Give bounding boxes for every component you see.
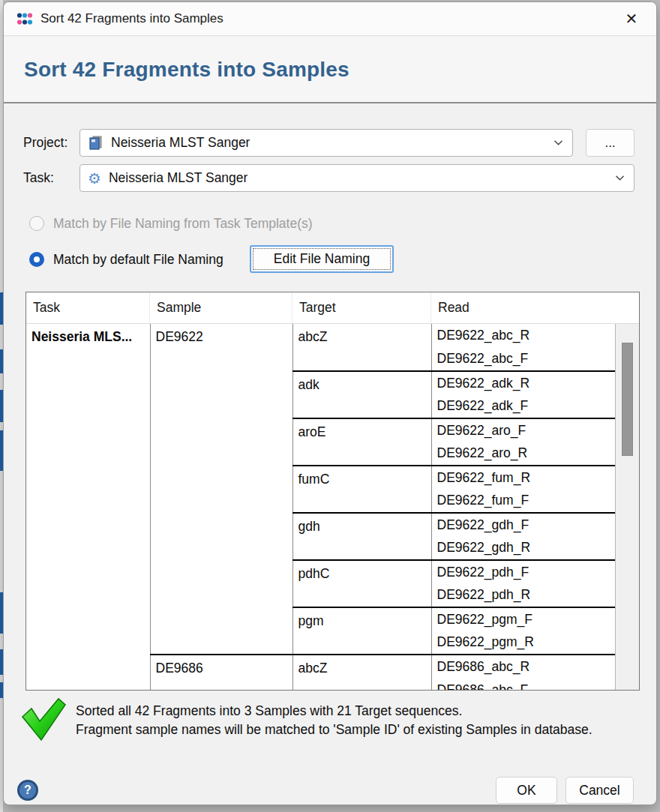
target-cell: pdhC [292, 560, 431, 607]
radio-selected-icon[interactable] [29, 252, 44, 267]
status-message: Sorted all 42 Fragments into 3 Samples w… [76, 702, 592, 739]
column-header-read[interactable]: Read [431, 292, 615, 323]
read-cell: DE9622_fum_R [431, 466, 615, 490]
target-cell: aroE [292, 418, 431, 466]
browse-project-button[interactable]: ... [586, 129, 634, 157]
scrollbar-thumb[interactable] [622, 343, 633, 456]
project-label: Project: [23, 129, 68, 157]
cancel-button[interactable]: Cancel [566, 777, 634, 804]
sort-fragments-dialog: Sort 42 Fragments into Samples ✕ Sort 42… [3, 1, 657, 805]
task-dropdown[interactable]: ⚙ Neisseria MLST Sanger [80, 164, 634, 192]
ok-button[interactable]: OK [496, 777, 557, 804]
project-value: Neisseria MLST Sanger [111, 135, 250, 151]
column-header-task[interactable]: Task [26, 292, 150, 323]
chevron-down-icon [554, 139, 563, 146]
read-cell: DE9622_pgm_R [431, 631, 615, 655]
read-cell: DE9686_abc_F [431, 679, 615, 691]
read-cell: DE9622_pgm_F [431, 607, 615, 631]
table-row[interactable]: Neisseria MLS...DE9622abcZDE9622_abc_R [26, 324, 615, 348]
title-bar: Sort 42 Fragments into Samples ✕ [4, 2, 656, 36]
table-body: Neisseria MLS...DE9622abcZDE9622_abc_RDE… [26, 324, 615, 690]
task-value: Neisseria MLST Sanger [109, 170, 248, 186]
project-icon [88, 135, 104, 151]
radio-match-template: Match by File Naming from Task Template(… [29, 215, 313, 232]
radio-match-default[interactable]: Match by default File Naming [29, 251, 224, 268]
status-line-2: Fragment sample names will be matched to… [76, 721, 592, 739]
read-cell: DE9622_pdh_F [431, 560, 615, 584]
vertical-scrollbar[interactable] [615, 324, 639, 690]
column-header-sample[interactable]: Sample [150, 292, 292, 323]
edit-file-naming-button[interactable]: Edit File Naming [250, 245, 394, 273]
read-cell: DE9622_gdh_R [431, 537, 615, 561]
dialog-header: Sort 42 Fragments into Samples [4, 37, 656, 103]
radio-off-icon [29, 216, 44, 231]
help-icon[interactable]: ? [17, 780, 38, 801]
window-title: Sort 42 Fragments into Samples [40, 11, 224, 26]
radio-template-label: Match by File Naming from Task Template(… [53, 216, 313, 232]
task-cell: Neisseria MLS... [26, 324, 150, 690]
read-cell: DE9622_pdh_R [431, 584, 615, 608]
chevron-down-icon [615, 175, 625, 181]
read-cell: DE9622_adk_F [431, 395, 615, 419]
read-cell: DE9622_aro_R [431, 442, 615, 466]
success-check-icon [19, 697, 68, 743]
target-cell: pgm [292, 607, 431, 655]
read-cell: DE9622_gdh_F [431, 513, 615, 537]
target-cell: abcZ [292, 655, 431, 690]
gear-icon: ⚙ [88, 171, 101, 186]
status-line-1: Sorted all 42 Fragments into 3 Samples w… [76, 702, 592, 721]
read-cell: DE9622_aro_F [431, 418, 615, 442]
target-cell: gdh [292, 513, 431, 560]
sample-cell: DE9686 [150, 655, 292, 690]
target-cell: adk [292, 371, 431, 418]
read-cell: DE9622_adk_R [431, 371, 615, 395]
read-cell: DE9686_abc_R [431, 655, 615, 679]
page-title: Sort 42 Fragments into Samples [24, 58, 350, 82]
project-dropdown[interactable]: Neisseria MLST Sanger [80, 129, 573, 157]
table-header: Task Sample Target Read [26, 292, 639, 324]
column-header-target[interactable]: Target [292, 292, 431, 323]
target-cell: abcZ [292, 324, 431, 371]
radio-default-label: Match by default File Naming [53, 252, 224, 268]
app-dots-icon [16, 10, 34, 28]
read-cell: DE9622_abc_F [431, 348, 615, 372]
target-cell: fumC [292, 466, 431, 513]
sample-cell: DE9622 [150, 324, 292, 655]
read-cell: DE9622_abc_R [431, 324, 615, 348]
task-label: Task: [23, 164, 54, 192]
read-cell: DE9622_fum_F [431, 490, 615, 514]
close-icon[interactable]: ✕ [620, 7, 643, 30]
fragments-table: Task Sample Target Read Neisseria MLS...… [26, 292, 640, 691]
